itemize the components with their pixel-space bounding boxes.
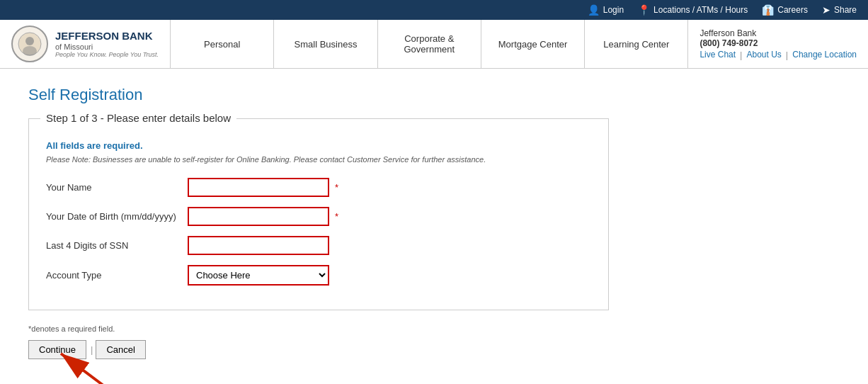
location-icon: 📍 <box>638 4 650 16</box>
ssn-input-wrap <box>188 236 329 255</box>
phone-number: (800) 749-8072 <box>699 38 857 48</box>
careers-icon: 👔 <box>762 4 774 16</box>
ssn-input[interactable] <box>188 236 329 255</box>
locations-label: Locations / ATMs / Hours <box>653 5 748 15</box>
logo-text: JEFFERSON BANK of Missouri People You Kn… <box>55 30 159 58</box>
name-row: Your Name * <box>46 178 591 197</box>
careers-label: Careers <box>777 5 808 15</box>
name-input[interactable] <box>188 178 329 197</box>
nav-right-info: Jefferson Bank (800) 749-8072 Live Chat … <box>688 20 868 68</box>
nav-item-learning-center[interactable]: Learning Center <box>585 20 688 68</box>
page-title: Self Registration <box>28 86 609 104</box>
account-type-select[interactable]: Choose Here <box>188 265 329 286</box>
careers-link[interactable]: 👔 Careers <box>762 4 808 16</box>
share-link[interactable]: ➤ Share <box>822 4 857 16</box>
dob-row: Your Date of Birth (mm/dd/yyyy) * <box>46 207 591 226</box>
dob-label: Your Date of Birth (mm/dd/yyyy) <box>46 211 188 222</box>
login-label: Login <box>603 5 624 15</box>
bank-tagline: People You Know. People You Trust. <box>55 51 159 58</box>
logo-icon <box>11 26 48 62</box>
bank-name: JEFFERSON BANK <box>55 30 159 43</box>
svg-point-2 <box>23 46 37 56</box>
ssn-label: Last 4 Digits of SSN <box>46 240 188 251</box>
login-icon: 👤 <box>588 4 600 16</box>
button-row: Continue | Cancel <box>28 340 609 359</box>
top-utility-bar: 👤 Login 📍 Locations / ATMs / Hours 👔 Car… <box>0 0 868 20</box>
ssn-row: Last 4 Digits of SSN <box>46 236 591 255</box>
svg-point-1 <box>25 37 34 45</box>
account-type-input-wrap: Choose Here <box>188 265 329 286</box>
share-label: Share <box>834 5 857 15</box>
share-icon: ➤ <box>822 4 830 16</box>
nav-item-personal[interactable]: Personal <box>171 20 274 68</box>
account-type-row: Account Type Choose Here <box>46 265 591 286</box>
nav-item-mortgage-center[interactable]: Mortgage Center <box>481 20 585 68</box>
required-notice: All fields are required. <box>46 140 591 151</box>
required-field-note: *denotes a required field. <box>28 324 609 333</box>
nav-item-small-business[interactable]: Small Business <box>274 20 377 68</box>
step-title: Step 1 of 3 - Please enter details below <box>40 112 236 124</box>
page-content: Self Registration Step 1 of 3 - Please e… <box>0 69 637 376</box>
name-input-wrap: * <box>188 178 338 197</box>
name-required-star: * <box>335 182 338 193</box>
svg-line-4 <box>61 354 103 385</box>
nav-item-corporate-government[interactable]: Corporate & Government <box>378 20 481 68</box>
account-type-label: Account Type <box>46 270 188 281</box>
bank-name-right: Jefferson Bank <box>699 28 857 38</box>
nav-links: Personal Small Business Corporate & Gove… <box>171 20 688 68</box>
bank-subtitle: of Missouri <box>55 43 159 51</box>
note-text: Please Note: Businesses are unable to se… <box>46 155 591 164</box>
dob-required-star: * <box>335 211 338 222</box>
change-location-link[interactable]: Change Location <box>792 50 857 60</box>
locations-link[interactable]: 📍 Locations / ATMs / Hours <box>638 4 748 16</box>
dob-input-wrap: * <box>188 207 338 226</box>
arrow-indicator <box>47 343 118 385</box>
logo-area: JEFFERSON BANK of Missouri People You Kn… <box>0 20 171 68</box>
dob-input[interactable] <box>188 207 329 226</box>
live-chat-link[interactable]: Live Chat <box>699 50 736 60</box>
main-navigation: JEFFERSON BANK of Missouri People You Kn… <box>0 20 868 69</box>
registration-form-box: Step 1 of 3 - Please enter details below… <box>28 118 609 310</box>
about-us-link[interactable]: About Us <box>747 50 782 60</box>
name-label: Your Name <box>46 182 188 193</box>
login-link[interactable]: 👤 Login <box>588 4 624 16</box>
